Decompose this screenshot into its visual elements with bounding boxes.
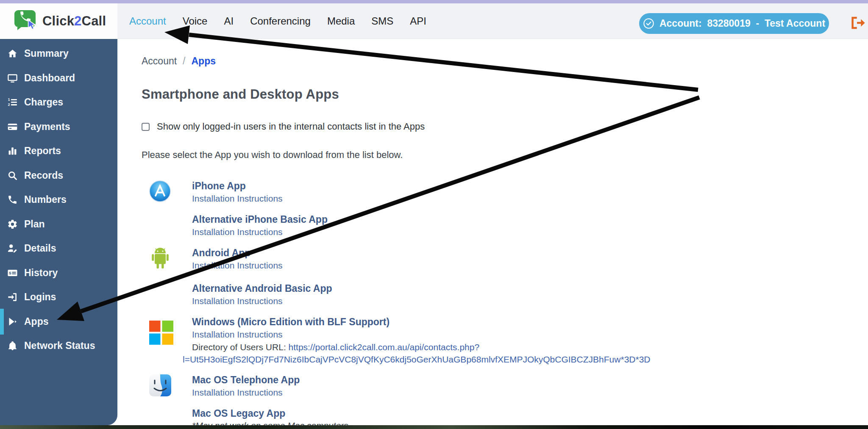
list-item: iPhone App Installation Instructions: [142, 180, 868, 205]
sign-in-icon: [7, 292, 18, 302]
list-item: Windows (Micro Edition with BLF Support)…: [142, 316, 868, 365]
list-item: Alternative Android Basic App Installati…: [142, 282, 868, 307]
check-circle-icon: [643, 18, 654, 29]
play-store-icon: [7, 316, 18, 327]
app-link-windows[interactable]: Windows (Micro Edition with BLF Support): [192, 316, 389, 328]
install-instructions-link[interactable]: Installation Instructions: [192, 328, 283, 341]
logged-in-users-checkbox-row: Show only logged-in users in the interna…: [142, 119, 868, 134]
install-instructions-link[interactable]: Installation Instructions: [192, 226, 283, 238]
top-header: Click2Call Account Voice AI Conferencing…: [0, 3, 868, 39]
app-link-alt-android[interactable]: Alternative Android Basic App: [192, 282, 332, 295]
gear-icon: [7, 219, 18, 230]
sidebar-item-reports[interactable]: Reports: [0, 139, 117, 163]
numbered-list-icon: 12: [7, 97, 18, 108]
sidebar-item-records[interactable]: Records: [0, 163, 117, 188]
sidebar-item-logins[interactable]: Logins: [0, 285, 117, 310]
sidebar-item-summary[interactable]: Summary: [0, 42, 117, 66]
nav-sms[interactable]: SMS: [371, 15, 393, 27]
list-item: Alternative iPhone Basic App Installatio…: [142, 213, 868, 238]
directory-url-link[interactable]: https://portal.click2call.com.au/api/con…: [289, 342, 480, 352]
intro-text: Please select the App you wish to downlo…: [142, 149, 868, 161]
windows-icon: [149, 339, 173, 346]
user-edit-icon: [7, 243, 18, 254]
app-link-mac-legacy[interactable]: Mac OS Legacy App: [192, 407, 285, 420]
breadcrumb: Account / Apps: [142, 55, 868, 67]
main-nav: Account Voice AI Conferencing Media SMS …: [117, 3, 426, 39]
sidebar-item-numbers[interactable]: Numbers: [0, 188, 117, 212]
svg-text:$: $: [9, 271, 11, 275]
breadcrumb-account[interactable]: Account: [142, 55, 177, 67]
desktop-edge-strip: [0, 425, 868, 429]
app-link-alt-iphone[interactable]: Alternative iPhone Basic App: [192, 213, 328, 226]
android-icon: [149, 266, 171, 274]
money-check-icon: $: [7, 268, 18, 278]
logout-icon: [848, 14, 865, 31]
account-badge[interactable]: Account: 83280019 - Test Account: [639, 13, 829, 34]
mac-legacy-note: *May not work on some Mac computers: [192, 420, 868, 425]
list-item: Mac OS Legacy App *May not work on some …: [142, 407, 868, 425]
checkbox-label: Show only logged-in users in the interna…: [157, 121, 425, 132]
install-instructions-link[interactable]: Installation Instructions: [192, 259, 283, 272]
search-icon: [7, 170, 18, 181]
breadcrumb-apps[interactable]: Apps: [192, 55, 216, 67]
browser-edge-strip: [0, 0, 868, 3]
sidebar-item-history[interactable]: $History: [0, 261, 117, 285]
nav-media[interactable]: Media: [327, 15, 355, 27]
credit-card-icon: [7, 122, 18, 132]
brand-name: Click2Call: [42, 14, 106, 29]
sidebar-item-details[interactable]: Details: [0, 236, 117, 261]
logout-button[interactable]: [848, 14, 865, 31]
svg-text:2: 2: [8, 102, 10, 107]
nav-voice[interactable]: Voice: [183, 15, 208, 27]
install-instructions-link[interactable]: Installation Instructions: [192, 386, 283, 399]
list-item: Android App Installation Instructions: [142, 246, 868, 274]
sidebar-item-payments[interactable]: Payments: [0, 115, 117, 139]
nav-api[interactable]: API: [410, 15, 426, 27]
monitor-icon: [7, 73, 18, 83]
sidebar-item-network-status[interactable]: Network Status: [0, 334, 117, 358]
nav-account[interactable]: Account: [129, 15, 166, 27]
brand-logo[interactable]: Click2Call: [0, 3, 117, 39]
install-instructions-link[interactable]: Installation Instructions: [192, 192, 283, 205]
breadcrumb-separator: /: [183, 55, 185, 67]
sidebar-item-plan[interactable]: Plan: [0, 212, 117, 237]
phone-icon: [7, 194, 18, 205]
logged-in-users-checkbox[interactable]: [142, 123, 150, 131]
main-content: Account / Apps Smartphone and Desktop Ap…: [117, 39, 868, 425]
click2call-logo-icon: [13, 8, 37, 34]
sidebar-item-apps[interactable]: Apps: [0, 310, 117, 334]
home-icon: [7, 48, 18, 59]
install-instructions-link[interactable]: Installation Instructions: [192, 295, 283, 307]
nav-ai[interactable]: AI: [224, 15, 234, 27]
bell-icon: [7, 340, 18, 351]
sidebar: Summary Dashboard 12Charges Payments Rep…: [0, 39, 117, 425]
app-list: iPhone App Installation Instructions Alt…: [142, 180, 868, 425]
bar-chart-icon: [7, 146, 18, 156]
app-link-iphone[interactable]: iPhone App: [192, 180, 246, 192]
svg-text:1: 1: [8, 97, 10, 102]
sidebar-item-dashboard[interactable]: Dashboard: [0, 66, 117, 91]
directory-url-line2[interactable]: l=Ut5H3oiEgfS2lQDj7Fd7Niz6IbCajVPcVC8jVQ…: [183, 354, 651, 365]
nav-conferencing[interactable]: Conferencing: [250, 15, 311, 27]
directory-url-line: Directory of Users URL: https://portal.c…: [192, 341, 868, 354]
account-badge-text: Account: 83280019 - Test Account: [659, 18, 825, 29]
finder-icon: [149, 390, 171, 398]
app-window: Click2Call Account Voice AI Conferencing…: [0, 0, 868, 429]
sidebar-item-charges[interactable]: 12Charges: [0, 90, 117, 115]
appstore-icon: [149, 196, 171, 203]
list-item: Mac OS Telephone App Installation Instru…: [142, 374, 868, 399]
app-link-mac-telephone[interactable]: Mac OS Telephone App: [192, 374, 300, 386]
app-link-android[interactable]: Android App: [192, 246, 250, 259]
page-title: Smartphone and Desktop Apps: [142, 86, 868, 102]
